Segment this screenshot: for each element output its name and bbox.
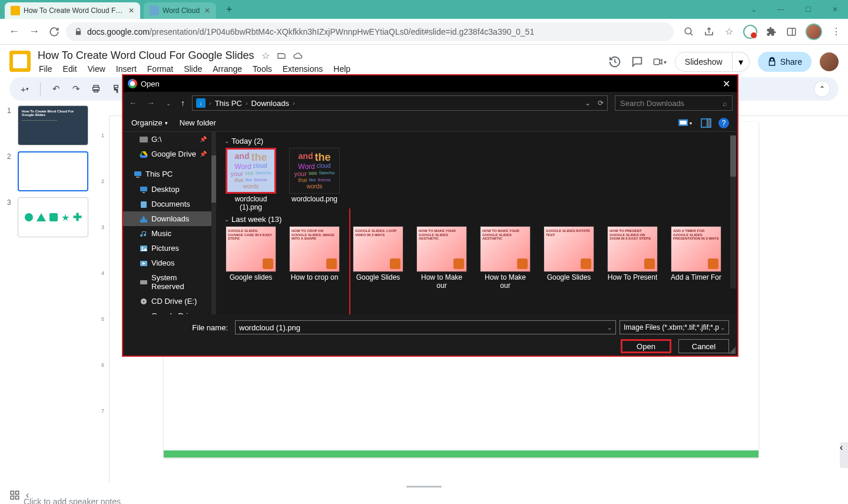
file-item[interactable]: GOOGLE SLIDES: CHANGE CASE IN 6 EASY STE… <box>224 226 277 290</box>
forward-button[interactable]: → <box>26 24 42 40</box>
chevron-down-icon[interactable]: ⌄ <box>607 324 612 331</box>
file-item[interactable]: HOW TO MAKE YOUR GOOGLE SLIDES AESTHETIC… <box>479 226 532 290</box>
new-tab-button[interactable]: + <box>222 2 236 16</box>
cloud-status-icon[interactable] <box>293 51 303 61</box>
close-icon[interactable]: ✕ <box>204 6 210 15</box>
maximize-icon[interactable]: ☐ <box>795 0 821 19</box>
close-window-icon[interactable]: ✕ <box>822 0 848 19</box>
file-name-input[interactable]: wordcloud (1).png ⌄ <box>235 320 616 334</box>
share-button[interactable]: Share <box>758 52 811 72</box>
sidebar-scrollbar[interactable] <box>211 132 216 314</box>
minimize-icon[interactable]: — <box>768 0 794 19</box>
redo-button[interactable]: ↷ <box>69 82 83 96</box>
search-input[interactable]: Search Downloads ⌕ <box>615 95 733 111</box>
file-item[interactable]: andtheWordcloudyourseeSanchothatlikethem… <box>288 148 341 211</box>
history-icon[interactable] <box>608 55 622 69</box>
breadcrumb-item[interactable]: This PC <box>215 99 242 108</box>
print-button[interactable] <box>89 82 103 96</box>
slide-thumbnail-2[interactable] <box>18 151 88 191</box>
slideshow-dropdown[interactable]: ▾ <box>733 52 750 72</box>
sidebar-item-this-pc[interactable]: This PC <box>123 166 211 182</box>
file-type-select[interactable]: Image Files (*.xbm;*.tif;*.jfif;*.p ⌄ <box>620 320 729 334</box>
menu-view[interactable]: View <box>87 63 107 75</box>
profile-avatar-slides[interactable] <box>820 52 839 71</box>
extensions-puzzle-icon[interactable] <box>766 26 777 38</box>
close-dialog-button[interactable]: ✕ <box>720 78 733 89</box>
file-item[interactable]: HOW TO MAKE YOUR GOOGLE SLIDES AESTHETIC… <box>415 226 468 290</box>
menu-file[interactable]: File <box>38 63 54 75</box>
sidebar-item-music[interactable]: Music <box>123 226 211 241</box>
profile-avatar-browser[interactable] <box>806 24 822 40</box>
sidebar-item-googledrivez[interactable]: Google Drive (Z: <box>123 309 211 314</box>
file-group-header[interactable]: ⌄Today (2) <box>224 137 729 145</box>
sidebar-item-pictures[interactable]: Pictures <box>123 241 211 256</box>
zoom-icon[interactable] <box>683 26 695 38</box>
open-button[interactable]: Open <box>621 339 671 353</box>
slide-thumbnail-3[interactable]: ★✚ <box>18 197 88 237</box>
nav-up-icon[interactable]: ↑ <box>181 98 185 108</box>
menu-arrange[interactable]: Arrange <box>211 63 243 75</box>
nav-recent-icon[interactable]: ⌄ <box>163 100 174 107</box>
browser-tab-active[interactable]: How To Create Word Cloud For G ✕ <box>5 2 140 19</box>
resize-grip[interactable] <box>728 347 736 354</box>
slide-thumbnail-1[interactable]: How To Create Word Cloud For Google Slid… <box>18 105 88 145</box>
notes-divider[interactable] <box>406 486 442 488</box>
sidebar-item-desktop[interactable]: Desktop <box>123 182 211 197</box>
file-item[interactable]: GOOGLE SLIDES: LOOP VIDEO IN 3 WAYSGoogl… <box>352 226 405 290</box>
collapse-toolbar-icon[interactable]: ⌃ <box>814 81 830 97</box>
reload-button[interactable] <box>46 24 62 40</box>
file-item[interactable]: HOW TO CROP ON GOOGLE SLIDES: IMAGE INTO… <box>288 226 341 290</box>
undo-button[interactable]: ↶ <box>49 82 63 96</box>
back-button[interactable]: ← <box>6 24 22 40</box>
cancel-button[interactable]: Cancel <box>678 339 729 353</box>
sidebar-item-googledrive[interactable]: Google Drive 📌 <box>123 147 211 161</box>
explore-tab[interactable]: ‹ <box>840 442 848 468</box>
view-mode-button[interactable]: ▾ <box>678 118 694 128</box>
menu-format[interactable]: Format <box>146 63 174 75</box>
move-icon[interactable] <box>277 51 286 61</box>
file-group-header[interactable]: ⌄Last week (13) <box>224 215 729 224</box>
nav-back-icon[interactable]: ← <box>128 98 138 108</box>
file-item[interactable]: HOW TO PRESENT GOOGLE SLIDES ON ZOOM IN … <box>606 226 659 290</box>
sidebar-item-systemreserved[interactable]: System Reserved <box>123 270 211 294</box>
browser-menu-icon[interactable]: ⋮ <box>830 26 842 38</box>
chevron-down-icon[interactable]: ⌄ <box>720 324 725 331</box>
slides-logo-icon[interactable] <box>9 51 31 72</box>
menu-help[interactable]: Help <box>332 63 352 75</box>
star-icon[interactable]: ☆ <box>261 50 270 61</box>
bookmark-icon[interactable]: ☆ <box>723 26 735 38</box>
breadcrumb-item[interactable]: Downloads <box>251 99 289 108</box>
paint-format-button[interactable] <box>109 82 123 96</box>
menu-slide[interactable]: Slide <box>183 63 203 75</box>
sidebar-item-documents[interactable]: Documents <box>123 197 211 211</box>
nav-forward-icon[interactable]: → <box>145 98 156 108</box>
sidepanel-icon[interactable] <box>786 26 797 38</box>
breadcrumb-refresh-icon[interactable]: ⟳ <box>598 99 604 107</box>
file-item[interactable]: andtheWordcloudyourseeSanchothatlikethem… <box>224 148 277 211</box>
new-folder-button[interactable]: New folder <box>180 118 216 127</box>
extension-icon[interactable] <box>743 25 757 39</box>
help-icon[interactable]: ? <box>718 118 729 128</box>
close-icon[interactable]: ✕ <box>128 6 134 15</box>
window-dropdown-icon[interactable]: ⌄ <box>741 0 767 19</box>
speaker-notes[interactable]: Click to add speaker notes <box>9 491 839 504</box>
content-scrollbar[interactable] <box>730 135 736 289</box>
new-slide-button[interactable]: + ▾ <box>18 82 32 96</box>
organize-menu[interactable]: Organize ▾ <box>131 118 168 127</box>
menu-extensions[interactable]: Extensions <box>281 63 324 75</box>
breadcrumb[interactable]: ↓ › This PC › Downloads › ⌄⟳ <box>192 95 608 111</box>
address-bar[interactable]: docs.google.com/presentation/d/1P04u6bwR… <box>66 22 674 41</box>
sidebar-item-drive-g[interactable]: G:\ 📌 <box>123 132 211 147</box>
doc-title[interactable]: How To Create Word Cloud For Google Slid… <box>38 49 254 62</box>
menu-edit[interactable]: Edit <box>62 63 78 75</box>
file-item[interactable]: GOOGLE SLIDES ROTATE TEXTGoogle Slides <box>542 226 595 290</box>
menu-tools[interactable]: Tools <box>251 63 273 75</box>
chevron-left-icon[interactable]: ‹ <box>26 490 29 500</box>
grid-view-icon[interactable] <box>9 490 20 500</box>
sidebar-item-videos[interactable]: Videos <box>123 256 211 270</box>
menu-insert[interactable]: Insert <box>115 63 138 75</box>
sidebar-item-downloads[interactable]: Downloads <box>123 211 211 226</box>
breadcrumb-dropdown-icon[interactable]: ⌄ <box>585 99 591 107</box>
browser-tab-inactive[interactable]: Word Cloud ✕ <box>144 2 216 19</box>
meet-icon[interactable]: ▾ <box>652 55 667 69</box>
